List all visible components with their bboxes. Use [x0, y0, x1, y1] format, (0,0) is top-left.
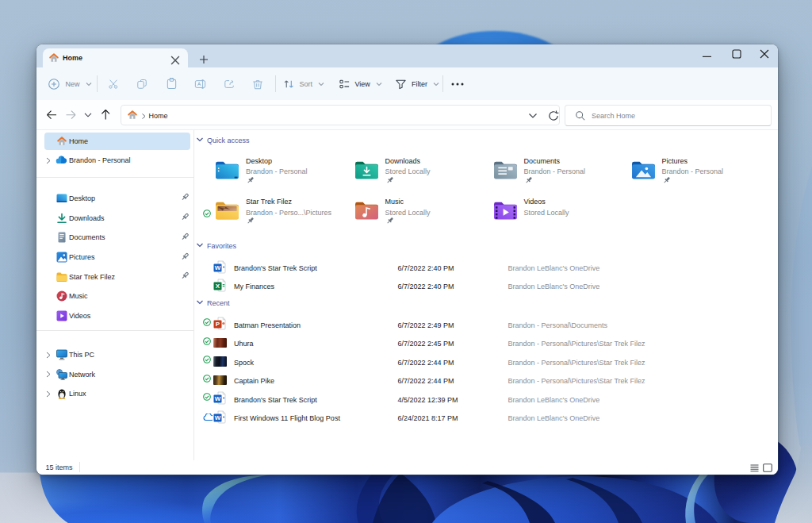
svg-text:W: W — [215, 414, 221, 421]
svg-text:P: P — [216, 321, 220, 328]
svg-text:X: X — [216, 283, 220, 290]
svg-text:W: W — [215, 395, 221, 402]
svg-text:W: W — [215, 264, 221, 271]
